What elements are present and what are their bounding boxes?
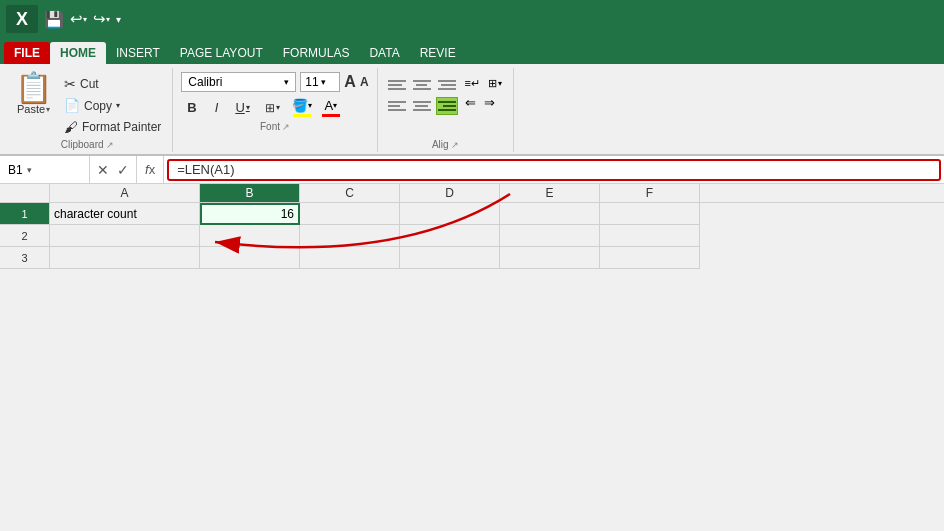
- underline-button[interactable]: U▾: [230, 97, 254, 118]
- italic-button[interactable]: I: [209, 97, 225, 118]
- ribbon: 📋 Paste ▾ ✂ Cut 📄 Copy ▾ 🖌: [0, 64, 944, 156]
- formula-input-box[interactable]: =LEN(A1): [167, 159, 941, 181]
- undo-icon[interactable]: ↩▾: [70, 10, 87, 28]
- align-bottom-left-button[interactable]: [386, 97, 408, 115]
- tab-file[interactable]: FILE: [4, 42, 50, 64]
- cell-b3[interactable]: [200, 247, 300, 269]
- font-shrink-button[interactable]: A: [360, 75, 369, 89]
- wrap-text-button[interactable]: ≡↵: [462, 76, 483, 91]
- column-headers: A B C D E F: [0, 184, 944, 203]
- top-bar: X 💾 ↩▾ ↪▾ ▾: [0, 0, 944, 38]
- col-header-e[interactable]: E: [500, 184, 600, 202]
- customize-qat-icon[interactable]: ▾: [116, 14, 121, 25]
- clipboard-expand-icon[interactable]: ↗: [106, 140, 114, 150]
- cell-ref-box[interactable]: B1 ▾: [0, 156, 90, 183]
- clipboard-group-label: Clipboard ↗: [10, 139, 164, 150]
- tab-insert[interactable]: INSERT: [106, 42, 170, 64]
- cell-a3[interactable]: [50, 247, 200, 269]
- cell-c1[interactable]: [300, 203, 400, 225]
- table-row: [50, 247, 944, 269]
- cut-button[interactable]: ✂ Cut: [61, 74, 164, 94]
- col-header-a[interactable]: A: [50, 184, 200, 202]
- font-color-button[interactable]: A▾: [320, 96, 342, 119]
- cell-d2[interactable]: [400, 225, 500, 247]
- col-header-d[interactable]: D: [400, 184, 500, 202]
- indent-decrease-button[interactable]: ⇐: [462, 94, 479, 111]
- cut-icon: ✂: [64, 76, 76, 92]
- font-color-bar: [322, 114, 340, 117]
- clipboard-right: ✂ Cut 📄 Copy ▾ 🖌 Format Painter: [61, 70, 164, 137]
- alignment-group-label: Alig ↗: [386, 139, 505, 150]
- col-header-f[interactable]: F: [600, 184, 700, 202]
- table-row: [50, 225, 944, 247]
- cell-b2[interactable]: [200, 225, 300, 247]
- align-top-right-button[interactable]: [436, 76, 458, 94]
- align-bottom-center-button[interactable]: [411, 97, 433, 115]
- cell-e1[interactable]: [500, 203, 600, 225]
- text-align-buttons: ≡↵ ⊞▾ ⇐ ⇒: [462, 72, 505, 111]
- cell-b1[interactable]: 16: [200, 203, 300, 225]
- bold-button[interactable]: B: [181, 97, 202, 118]
- insert-function-button[interactable]: fx: [137, 156, 164, 183]
- alignment-expand-icon[interactable]: ↗: [451, 140, 459, 150]
- cell-f3[interactable]: [600, 247, 700, 269]
- font-group: Calibri ▾ 11 ▾ A A B I U▾ ⊞▾ 🪣▾: [173, 68, 377, 152]
- paste-icon: 📋: [15, 73, 52, 103]
- cell-e2[interactable]: [500, 225, 600, 247]
- cell-e3[interactable]: [500, 247, 600, 269]
- col-header-c[interactable]: C: [300, 184, 400, 202]
- excel-logo: X: [6, 5, 38, 33]
- tab-data[interactable]: DATA: [359, 42, 409, 64]
- row-num-3[interactable]: 3: [0, 247, 49, 269]
- cell-a1[interactable]: character count: [50, 203, 200, 225]
- merge-center-button[interactable]: ⊞▾: [485, 76, 505, 91]
- row-num-2[interactable]: 2: [0, 225, 49, 247]
- cell-ref-dropdown[interactable]: ▾: [27, 165, 32, 175]
- copy-icon: 📄: [64, 98, 80, 113]
- fill-color-button[interactable]: 🪣▾: [290, 96, 314, 119]
- paste-label: Paste: [17, 103, 45, 115]
- cell-d3[interactable]: [400, 247, 500, 269]
- tab-page-layout[interactable]: PAGE LAYOUT: [170, 42, 273, 64]
- font-name-dropdown[interactable]: Calibri ▾: [181, 72, 296, 92]
- format-painter-icon: 🖌: [64, 119, 78, 135]
- row-numbers: 1 2 3: [0, 203, 50, 269]
- grid-body: 1 2 3 character count 16: [0, 203, 944, 269]
- cancel-formula-button[interactable]: ✕: [94, 162, 112, 178]
- spreadsheet-container: A B C D E F 1 2 3 character count 16: [0, 184, 944, 269]
- indent-increase-button[interactable]: ⇒: [481, 94, 498, 111]
- cell-a2[interactable]: [50, 225, 200, 247]
- border-button[interactable]: ⊞▾: [261, 99, 284, 117]
- copy-button[interactable]: 📄 Copy ▾: [61, 96, 164, 115]
- paste-button[interactable]: 📋 Paste ▾: [10, 70, 57, 118]
- cell-ref-value: B1: [8, 163, 23, 177]
- paste-dropdown-arrow: ▾: [46, 105, 50, 114]
- font-expand-icon[interactable]: ↗: [282, 122, 290, 132]
- save-icon[interactable]: 💾: [44, 10, 64, 29]
- confirm-formula-button[interactable]: ✓: [114, 162, 132, 178]
- cell-f2[interactable]: [600, 225, 700, 247]
- alignment-group: ≡↵ ⊞▾ ⇐ ⇒ Alig ↗: [378, 68, 514, 152]
- redo-icon[interactable]: ↪▾: [93, 10, 110, 28]
- tab-formulas[interactable]: FORMULAS: [273, 42, 360, 64]
- cell-f1[interactable]: [600, 203, 700, 225]
- align-top-center-button[interactable]: [411, 76, 433, 94]
- cell-d1[interactable]: [400, 203, 500, 225]
- tab-review[interactable]: REVIE: [410, 42, 466, 64]
- format-painter-button[interactable]: 🖌 Format Painter: [61, 117, 164, 137]
- align-top-left-button[interactable]: [386, 76, 408, 94]
- font-group-label: Font ↗: [181, 121, 368, 132]
- clipboard-group: 📋 Paste ▾ ✂ Cut 📄 Copy ▾ 🖌: [6, 68, 173, 152]
- fill-color-bar: [293, 114, 311, 117]
- tab-home[interactable]: HOME: [50, 42, 106, 64]
- cell-c2[interactable]: [300, 225, 400, 247]
- align-bottom-right-button[interactable]: [436, 97, 458, 115]
- font-size-dropdown[interactable]: 11 ▾: [300, 72, 340, 92]
- row-num-1[interactable]: 1: [0, 203, 49, 225]
- formula-controls: ✕ ✓: [90, 156, 137, 183]
- col-header-b[interactable]: B: [200, 184, 300, 202]
- row-header-spacer: [0, 184, 50, 202]
- font-grow-button[interactable]: A: [344, 73, 356, 91]
- cell-c3[interactable]: [300, 247, 400, 269]
- table-row: character count 16: [50, 203, 944, 225]
